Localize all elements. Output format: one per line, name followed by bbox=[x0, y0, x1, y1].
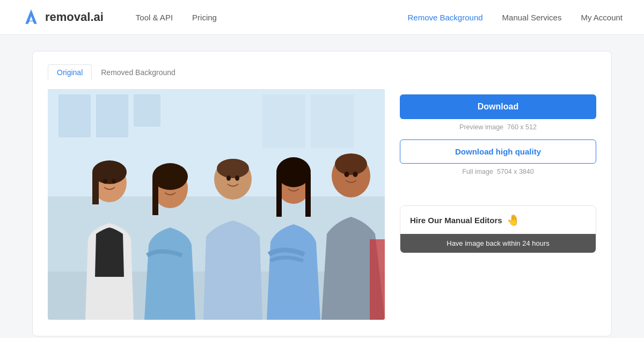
manual-editors-subtitle: Have image back within 24 hours bbox=[400, 234, 596, 253]
main-card: Original Removed Background bbox=[32, 51, 612, 336]
logo-link[interactable]: removal.ai bbox=[21, 8, 104, 27]
svg-point-29 bbox=[296, 181, 300, 186]
svg-rect-6 bbox=[134, 94, 160, 127]
main-content: Original Removed Background bbox=[0, 35, 644, 338]
svg-point-31 bbox=[353, 172, 358, 177]
header: removal.ai Tool & API Pricing Remove Bac… bbox=[0, 0, 644, 35]
tab-original[interactable]: Original bbox=[48, 64, 92, 80]
nav-right: Remove Background Manual Services My Acc… bbox=[407, 13, 623, 22]
tab-removed-background[interactable]: Removed Background bbox=[92, 64, 185, 80]
download-hq-button[interactable]: Download high quality bbox=[400, 139, 596, 164]
nav-manual-services[interactable]: Manual Services bbox=[502, 13, 562, 22]
image-tabs: Original Removed Background bbox=[48, 64, 596, 80]
svg-rect-13 bbox=[152, 178, 158, 215]
svg-point-27 bbox=[235, 175, 239, 181]
svg-point-28 bbox=[287, 181, 291, 186]
nav-left: Tool & API Pricing bbox=[136, 13, 217, 22]
svg-point-24 bbox=[164, 185, 168, 189]
logo-icon bbox=[21, 8, 41, 27]
svg-rect-3 bbox=[96, 94, 128, 137]
manual-editors-card[interactable]: Hire Our Manual Editors 🤚 Have image bac… bbox=[400, 205, 596, 253]
svg-point-21 bbox=[335, 153, 367, 175]
svg-point-15 bbox=[217, 159, 249, 178]
nav-pricing[interactable]: Pricing bbox=[192, 13, 217, 22]
nav-my-account[interactable]: My Account bbox=[581, 13, 623, 22]
manual-editors-top: Hire Our Manual Editors 🤚 bbox=[400, 206, 596, 234]
full-size: 5704 x 3840 bbox=[497, 168, 534, 175]
svg-point-30 bbox=[345, 172, 349, 177]
preview-size: 760 x 512 bbox=[507, 123, 537, 131]
image-preview bbox=[48, 89, 385, 320]
manual-editors-title: Hire Our Manual Editors bbox=[410, 216, 502, 225]
download-button[interactable]: Download bbox=[400, 94, 596, 119]
svg-rect-18 bbox=[276, 174, 282, 217]
svg-rect-19 bbox=[305, 174, 311, 217]
full-info: Full image 5704 x 3840 bbox=[400, 168, 596, 175]
full-label: Full image bbox=[462, 168, 493, 175]
content-area: Download Preview image 760 x 512 Downloa… bbox=[48, 89, 596, 320]
svg-rect-10 bbox=[92, 172, 99, 204]
people-image bbox=[48, 89, 385, 320]
right-panel: Download Preview image 760 x 512 Downloa… bbox=[400, 89, 596, 253]
nav-remove-background[interactable]: Remove Background bbox=[407, 13, 482, 22]
svg-rect-2 bbox=[58, 94, 91, 137]
logo-text: removal.ai bbox=[45, 10, 104, 24]
preview-info: Preview image 760 x 512 bbox=[400, 123, 596, 131]
svg-rect-4 bbox=[262, 94, 305, 148]
svg-point-25 bbox=[172, 185, 177, 189]
svg-rect-5 bbox=[311, 94, 354, 148]
hand-wave-icon: 🤚 bbox=[507, 214, 520, 226]
svg-point-26 bbox=[226, 175, 231, 181]
svg-rect-32 bbox=[370, 239, 385, 320]
svg-point-22 bbox=[103, 179, 107, 184]
preview-label: Preview image bbox=[459, 123, 503, 131]
svg-point-23 bbox=[112, 179, 116, 184]
nav-tool-api[interactable]: Tool & API bbox=[136, 13, 173, 22]
